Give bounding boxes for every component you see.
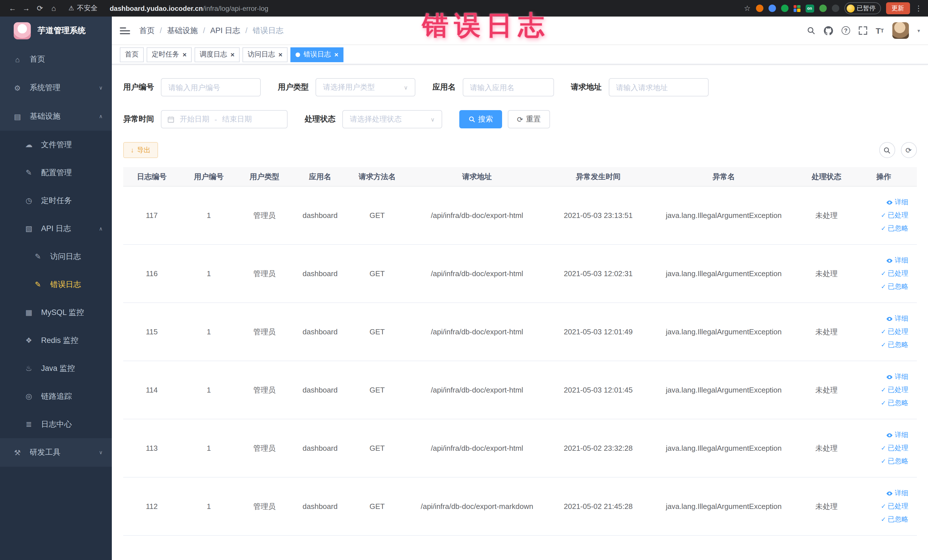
action-detail-link[interactable]: 详细 (886, 256, 908, 265)
user-avatar[interactable] (892, 22, 909, 39)
sidebar-submenu-item[interactable]: ✎ 访问日志 (0, 243, 112, 270)
process-status-select[interactable]: 请选择处理状态 ∨ (342, 110, 442, 128)
cell-method: GET (349, 444, 406, 452)
reload-icon[interactable]: ⟳ (33, 4, 47, 12)
menu-item-icon: ❖ (24, 336, 34, 345)
extension-icon[interactable] (781, 5, 788, 12)
forward-icon[interactable]: → (20, 4, 33, 12)
extension-icon[interactable] (819, 5, 826, 12)
action-detail-link[interactable]: 详细 (886, 372, 908, 382)
toggle-search-icon-button[interactable] (879, 142, 895, 158)
sidebar-submenu-item[interactable]: ✎ 错误日志 (0, 270, 112, 298)
action-processed-link[interactable]: ✓ 已处理 (881, 327, 908, 337)
action-processed-link[interactable]: ✓ 已处理 (881, 443, 908, 453)
cell-user-type: 管理员 (237, 443, 292, 453)
sidebar-submenu-item[interactable]: ✎ 配置管理 (0, 159, 112, 186)
sidebar-submenu-item[interactable]: ❖ Redis 监控 (0, 327, 112, 354)
font-size-icon[interactable]: TT (876, 26, 884, 35)
action-ignored-link[interactable]: ✓ 已忽略 (881, 515, 908, 524)
view-tab[interactable]: 定时任务 × (147, 47, 192, 62)
tab-close-icon[interactable]: × (230, 51, 235, 58)
column-header: 异常名 (648, 171, 799, 182)
exception-time-range-picker[interactable]: 开始日期 - 结束日期 (161, 110, 288, 128)
request-url-input[interactable] (609, 78, 708, 96)
export-button[interactable]: ↓ 导出 (123, 142, 158, 158)
sidebar-menu-item[interactable]: ⌂ 首页 (0, 45, 112, 73)
sidebar-submenu-item[interactable]: ≣ 日志中心 (0, 410, 112, 438)
sidebar-menu-item[interactable]: ⚒ 研发工具 ∨ (0, 438, 112, 467)
password-manager-icon[interactable]: on (805, 4, 814, 12)
view-tab[interactable]: 首页 (120, 47, 144, 62)
breadcrumb-item[interactable]: 基础设施 (167, 25, 198, 36)
browser-home-icon[interactable]: ⌂ (47, 4, 61, 12)
back-icon[interactable]: ← (6, 4, 20, 12)
view-tab[interactable]: 访问日志 × (243, 47, 288, 62)
bookmark-star-icon[interactable]: ☆ (744, 4, 751, 12)
action-detail-link[interactable]: 详细 (886, 430, 908, 440)
breadcrumb-item[interactable]: API 日志 (210, 25, 240, 36)
collapse-sidebar-icon[interactable] (120, 27, 130, 34)
app-name-input[interactable] (462, 78, 554, 96)
avatar-caret-down-icon[interactable]: ▾ (917, 27, 920, 34)
security-indicator[interactable]: ⚠ 不安全 (69, 3, 98, 13)
browser-menu-icon[interactable]: ⋮ (915, 4, 922, 12)
browser-update-button[interactable]: 更新 (886, 2, 910, 14)
action-detail-link[interactable]: 详细 (886, 314, 908, 323)
sidebar-menu-item[interactable]: ⚙ 系统管理 ∨ (0, 73, 112, 102)
sidebar-submenu-item[interactable]: ◎ 链路追踪 (0, 382, 112, 410)
sidebar-menu-item[interactable]: ▤ 基础设施 ∧ (0, 102, 112, 131)
page-header: 首页 / 基础设施 / API 日志 / 错误日志 ? TT (112, 17, 928, 45)
extension-icon[interactable] (768, 5, 776, 12)
cell-app-name: dashboard (292, 211, 349, 220)
action-ignored-link[interactable]: ✓ 已忽略 (881, 282, 908, 291)
tab-close-icon[interactable]: × (183, 51, 186, 58)
sidebar-submenu-item[interactable]: ♨ Java 监控 (0, 354, 112, 382)
sidebar-submenu-item[interactable]: ☁ 文件管理 (0, 131, 112, 159)
action-processed-link[interactable]: ✓ 已处理 (881, 502, 908, 511)
action-processed-link[interactable]: ✓ 已处理 (881, 211, 908, 220)
cell-exception-name: java.lang.IllegalArgumentException (648, 444, 799, 452)
view-tab[interactable]: 错误日志 × (290, 47, 343, 62)
action-ignored-link[interactable]: ✓ 已忽略 (881, 456, 908, 466)
action-processed-link[interactable]: ✓ 已处理 (881, 385, 908, 395)
check-icon: ✓ (881, 328, 886, 336)
main-area: 首页 / 基础设施 / API 日志 / 错误日志 ? TT (112, 17, 928, 560)
exception-time-label: 异常时间 (123, 114, 154, 124)
sidebar-submenu-item[interactable]: ▦ MySQL 监控 (0, 298, 112, 327)
cell-app-name: dashboard (292, 444, 349, 452)
breadcrumb-item[interactable]: 首页 (139, 25, 155, 36)
sidebar-logo[interactable]: 芋道管理系统 (0, 17, 112, 45)
cell-app-name: dashboard (292, 269, 349, 278)
sidebar-submenu-item[interactable]: ◷ 定时任务 (0, 186, 112, 215)
search-icon[interactable] (807, 26, 815, 35)
address-bar[interactable]: dashboard.yudao.iocoder.cn/infra/log/api… (110, 4, 268, 12)
reset-button[interactable]: ⟳ 重置 (508, 110, 550, 128)
menu-item-icon: ☁ (24, 140, 34, 149)
menu-item-label: API 日志 (41, 223, 71, 233)
extensions-grid-icon[interactable] (793, 5, 800, 12)
menu-item-label: MySQL 监控 (41, 307, 84, 317)
help-icon[interactable]: ? (841, 26, 850, 35)
paused-badge[interactable]: 已暂停 (844, 2, 881, 14)
tab-close-icon[interactable]: × (334, 51, 338, 58)
extension-icon[interactable] (832, 5, 839, 12)
action-ignored-link[interactable]: ✓ 已忽略 (881, 398, 908, 408)
check-icon: ✓ (881, 283, 886, 290)
github-icon[interactable] (824, 26, 833, 35)
table-row: 113 1 管理员 dashboard GET /api/infra/db-do… (123, 420, 917, 478)
extension-icon[interactable] (756, 5, 763, 12)
search-button[interactable]: 搜索 (459, 110, 502, 128)
fullscreen-icon[interactable] (859, 26, 867, 35)
action-detail-link[interactable]: 详细 (886, 197, 908, 207)
action-ignored-link[interactable]: ✓ 已忽略 (881, 340, 908, 350)
action-ignored-link[interactable]: ✓ 已忽略 (881, 224, 908, 233)
cell-actions: 详细 ✓ 已处理 ✓ 已忽略 (853, 314, 914, 350)
action-processed-link[interactable]: ✓ 已处理 (881, 269, 908, 278)
sidebar-submenu-item[interactable]: ▧ API 日志 ∧ (0, 215, 112, 243)
user-type-select[interactable]: 请选择用户类型 ∨ (316, 78, 415, 96)
view-tab[interactable]: 调度日志 × (195, 47, 240, 62)
action-detail-link[interactable]: 详细 (886, 488, 908, 498)
tab-close-icon[interactable]: × (278, 51, 282, 58)
refresh-table-icon-button[interactable]: ⟳ (901, 142, 917, 158)
user-id-input[interactable] (161, 78, 261, 96)
